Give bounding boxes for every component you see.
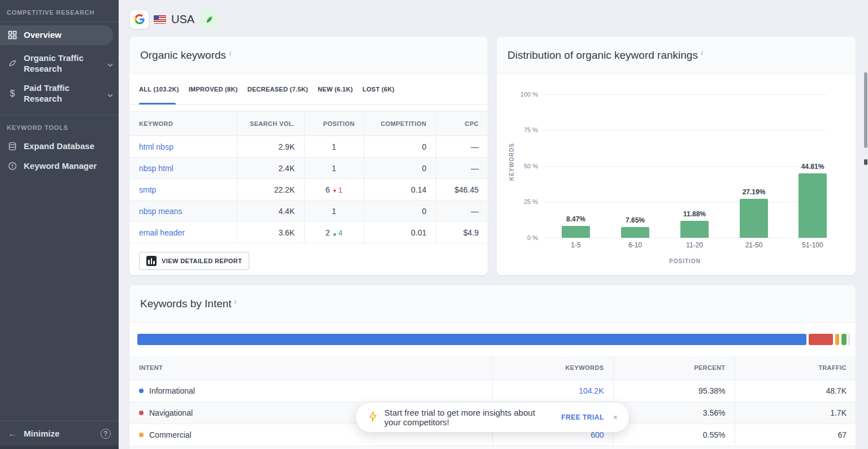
table-row [129, 446, 856, 449]
chevron-down-icon[interactable] [107, 59, 113, 68]
tab-all[interactable]: ALL (103.2K) [139, 74, 179, 104]
keyword-link[interactable]: email header [139, 228, 185, 237]
database-selector-bar: USA [130, 10, 219, 29]
divider [0, 21, 119, 22]
column-header-competition[interactable]: COMPETITION [364, 111, 436, 136]
position-cell: 61 [304, 179, 364, 200]
table-row: Informational 104.2K 95.38% 48.7K [129, 380, 856, 402]
traffic-cell: 67 [735, 424, 856, 446]
percent-cell: 95.38% [613, 380, 735, 402]
gridline [544, 130, 826, 130]
bar-slot: 11.88% [665, 210, 724, 238]
keyword-link[interactable]: nbsp means [139, 207, 182, 216]
segment-other[interactable] [849, 334, 850, 345]
info-icon[interactable]: i [701, 50, 702, 56]
position-cell: 1 [304, 200, 364, 222]
table-row: nbsp means 4.4K 1 0 — [129, 200, 488, 222]
alert-circle-icon [7, 161, 18, 171]
competition-cell: 0 [364, 200, 436, 222]
column-header-percent[interactable]: PERCENT [613, 356, 735, 380]
chevron-down-icon[interactable] [107, 89, 113, 99]
sidebar-item-keyword-manager[interactable]: Keyword Manager [0, 156, 119, 176]
column-header-position[interactable]: POSITION [304, 111, 364, 136]
tab-improved[interactable]: IMPROVED (8K) [189, 74, 238, 104]
us-flag-icon [154, 15, 166, 24]
bar-6-10[interactable] [621, 227, 649, 238]
cpc-cell: — [436, 136, 488, 158]
banner-text: Start free trial to get more insights ab… [384, 408, 551, 427]
traffic-cell: 1.7K [735, 402, 856, 424]
column-header-intent[interactable]: INTENT [129, 356, 492, 380]
segment-commercial[interactable] [835, 334, 839, 345]
cpc-cell: — [436, 200, 488, 222]
scrollbar-thumb[interactable] [864, 72, 867, 148]
tab-decreased[interactable]: DECREASED (7.5K) [248, 74, 308, 104]
sidebar-item-label: Overview [24, 30, 98, 41]
tab-new[interactable]: NEW (6.1K) [318, 74, 353, 104]
sidebar-item-organic-traffic-research[interactable]: Organic Traffic Research [0, 49, 119, 79]
keyword-link[interactable]: nbsp html [139, 164, 173, 173]
gridline [544, 238, 826, 238]
sidebar-item-label: Paid Traffic Research [24, 83, 98, 104]
info-icon[interactable]: i [235, 298, 236, 305]
bar-value-label: 44.81% [801, 163, 824, 171]
competition-cell: 0 [364, 158, 436, 179]
arrow-left-icon[interactable]: ← [8, 429, 17, 439]
competition-cell: 0.14 [364, 179, 436, 200]
sidebar: COMPETITIVE RESEARCH Overview Organic Tr… [0, 0, 119, 449]
search-vol-cell: 22.2K [237, 179, 304, 200]
segment-transactional[interactable] [841, 334, 847, 345]
sidebar-item-expand-database[interactable]: Expand Database [0, 137, 119, 156]
google-icon[interactable] [130, 10, 149, 29]
card-title: Distribution of organic keyword rankings [507, 49, 698, 62]
country-label[interactable]: USA [171, 13, 194, 26]
sidebar-item-paid-traffic-research[interactable]: $ Paid Traffic Research [0, 79, 119, 109]
keyword-link[interactable]: smtp [139, 185, 156, 194]
position-cell: 24 [304, 222, 364, 243]
keywords-count-link[interactable]: 104.2K [579, 386, 604, 395]
bar-value-label: 8.47% [566, 215, 585, 223]
competition-cell: 0.01 [364, 222, 436, 243]
column-header-search-vol[interactable]: SEARCH VOL. [237, 111, 304, 136]
database-icon [7, 141, 18, 151]
bar-11-20[interactable] [680, 221, 709, 238]
close-icon[interactable]: × [613, 413, 618, 422]
free-trial-banner: Start free trial to get more insights ab… [356, 403, 629, 432]
plot-area: 100 % 75 % 50 % 25 % 0 % 8.47% 7.65% 11.… [544, 94, 826, 238]
bar-chart-icon [146, 256, 157, 266]
column-header-traffic[interactable]: TRAFFIC [735, 356, 856, 380]
card-title: Organic keywords [140, 49, 226, 62]
y-tick-label: 0 % [509, 234, 538, 241]
position-down-icon [332, 186, 338, 194]
view-detailed-report-button[interactable]: VIEW DETAILED REPORT [139, 252, 249, 270]
intent-dot-informational [139, 389, 144, 393]
segment-informational[interactable] [137, 334, 806, 345]
info-icon[interactable]: i [229, 50, 231, 56]
column-header-keyword[interactable]: KEYWORD [129, 111, 237, 136]
bar-slot: 44.81% [783, 163, 842, 238]
card-header: Organic keywords i [129, 37, 488, 74]
grid-icon [7, 30, 18, 40]
bar-1-5[interactable] [562, 226, 590, 238]
bar-51-100[interactable] [798, 173, 827, 238]
segment-navigational[interactable] [809, 334, 833, 345]
lightning-bolt-icon [368, 411, 377, 424]
sidebar-item-overview[interactable]: Overview [0, 25, 113, 45]
column-header-cpc[interactable]: CPC [436, 111, 488, 136]
y-tick-label: 75 % [509, 127, 538, 133]
leaf-icon [7, 59, 18, 69]
distribution-chart: KEYWORDS 100 % 75 % 50 % 25 % 0 % 8.47% … [497, 74, 856, 275]
help-icon[interactable]: ? [101, 429, 111, 439]
sidebar-bottom-strip [0, 446, 119, 449]
keyword-link[interactable]: html nbsp [139, 142, 173, 151]
column-header-keywords[interactable]: KEYWORDS [492, 356, 613, 380]
bar-value-label: 7.65% [626, 216, 645, 224]
minimize-button[interactable]: Minimize [24, 429, 59, 438]
bar-21-50[interactable] [740, 199, 768, 238]
scrollbar-tick [864, 159, 867, 165]
tab-lost[interactable]: LOST (6K) [362, 74, 394, 104]
organic-leaf-icon[interactable] [199, 10, 219, 29]
free-trial-button[interactable]: FREE TRIAL [561, 413, 604, 421]
bar-slot: 7.65% [606, 216, 665, 238]
intent-dot-navigational [139, 411, 144, 415]
